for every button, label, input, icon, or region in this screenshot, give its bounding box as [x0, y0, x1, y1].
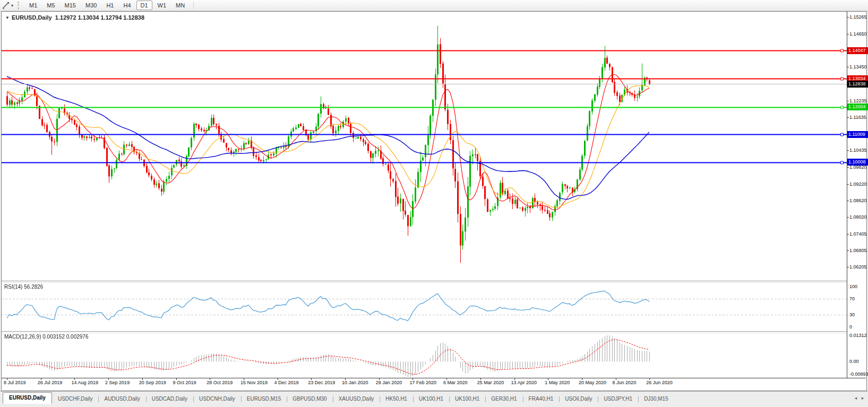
chart-tab-xauusd-daily[interactable]: XAUUSD,Daily [333, 393, 380, 404]
timeframe-button-m1[interactable]: M1 [25, 1, 41, 10]
timeframe-button-d1[interactable]: D1 [136, 1, 152, 10]
date-label: 9 Oct 2019 [173, 380, 196, 385]
chart-tab-uk100-h1[interactable]: UK100,H1 [413, 393, 449, 404]
price-tick-mark [847, 150, 849, 151]
date-tick-mark [514, 378, 515, 380]
chart-tab-dj30-m15[interactable]: DJ30,M15 [638, 393, 674, 404]
tab-scroll-right-icon[interactable]: ▸ [860, 395, 865, 401]
price-tick-label: 1.08620 [849, 197, 868, 204]
price-tick-label: 1.15265 [849, 14, 868, 20]
price-tick-mark [847, 234, 849, 235]
price-tick-mark [847, 267, 849, 267]
chart-tab-uk100-h1[interactable]: UK100,H1 [449, 393, 485, 404]
time-axis-line [2, 378, 866, 378]
date-label: 17 Feb 2020 [409, 380, 436, 385]
chart-tab-gbpusd-m30[interactable]: GBPUSD,M30 [287, 393, 332, 404]
date-tick-mark [345, 378, 346, 380]
date-label: 26 Jun 2020 [646, 380, 673, 385]
date-label: 13 Apr 2020 [511, 380, 537, 385]
rsi-axis-label: 30 [849, 311, 868, 318]
pane-resize-separator[interactable] [2, 281, 847, 283]
timeframe-button-m30[interactable]: M30 [81, 1, 101, 10]
rsi-axis-label: 100 [849, 283, 868, 290]
timeframe-button-w1[interactable]: W1 [153, 1, 171, 10]
chart-tab-hk50-h1[interactable]: HK50,H1 [380, 393, 413, 404]
chart-collapse-icon[interactable]: ▼ [5, 15, 10, 20]
rsi-value: 56.2826 [24, 284, 43, 290]
chart-symbol-period: EURUSD,Daily [12, 14, 52, 21]
chart-window: ▼EURUSD,Daily 1.12972 1.13034 1.12794 1.… [1, 11, 867, 391]
date-tick-mark [244, 378, 244, 380]
date-label: 4 Dec 2019 [274, 380, 299, 385]
date-label: 8 Jun 2020 [613, 380, 637, 385]
top-toolbar: ▾ M1M5M15M30H1H4D1W1MN [0, 0, 868, 11]
rsi-name: RSI(14) [4, 284, 22, 290]
date-label: 29 Jan 2020 [376, 380, 402, 385]
timeframe-button-h4[interactable]: H4 [119, 1, 135, 10]
date-tick-mark [74, 378, 75, 380]
date-tick-mark [649, 378, 650, 380]
macd-name: MACD(12,26,9) [4, 334, 41, 340]
date-tick-mark [7, 378, 7, 380]
chart-tab-usdchf-daily[interactable]: USDCHF,Daily [52, 393, 99, 404]
chart-tab-usdcnh-daily[interactable]: USDCNH,Daily [193, 393, 241, 404]
price-tick-label: 1.06805 [849, 247, 868, 254]
cursor-tool-icon[interactable] [1, 1, 11, 10]
rsi-label: RSI(14) 56.2826 [4, 284, 43, 290]
timeframe-button-m15[interactable]: M15 [61, 1, 80, 10]
chart-tab-fra40-h1[interactable]: FRA40,H1 [523, 393, 560, 404]
date-tick-mark [41, 378, 41, 380]
date-tick-mark [379, 378, 380, 380]
chart-tab-usoil-daily[interactable]: USOil,Daily [559, 393, 598, 404]
date-label: 10 Jan 2020 [342, 380, 368, 385]
price-tick-mark [847, 17, 849, 18]
price-tag-support-1.12004: 1.12004 [847, 103, 868, 110]
date-tick-mark [278, 378, 278, 380]
date-label: 14 Aug 2019 [71, 380, 98, 385]
price-tag-support-1.11009: 1.11009 [847, 131, 868, 138]
chart-tab-usdjpy-h1[interactable]: USDJPY,H1 [598, 393, 638, 404]
date-tick-mark [480, 378, 481, 380]
price-tick-label: 1.10435 [849, 147, 868, 153]
date-tick-mark [582, 378, 582, 380]
rsi-indicator-pane[interactable] [2, 282, 847, 331]
price-tick-mark [847, 117, 849, 118]
chart-tab-ger30-h1[interactable]: GER30,H1 [485, 393, 522, 404]
macd-indicator-pane[interactable] [2, 333, 847, 378]
chart-tab-eurusd-daily[interactable]: EURUSD,Daily [3, 392, 52, 404]
price-tick-mark [847, 167, 849, 168]
price-tag-last-price-line: 1.12838 [847, 81, 868, 88]
toolbar-grip [18, 2, 21, 9]
timeframe-button-mn[interactable]: MN [171, 1, 189, 10]
mt4-terminal: { "toolbar": { "cursor_tool": "cursor-to… [0, 0, 868, 407]
date-label: 20 May 2020 [579, 380, 606, 385]
macd-label: MACD(12,26,9) 0.003152 0.002976 [4, 334, 88, 340]
macd-axis-label: 0.01312 [849, 332, 868, 339]
price-tick-label: 1.07405 [849, 231, 868, 237]
price-tick-mark [847, 101, 849, 101]
price-tag-support-1.10008: 1.10008 [847, 159, 868, 166]
date-tick-mark [142, 378, 143, 380]
chart-tab-audusd-daily[interactable]: AUDUSD,Daily [98, 393, 145, 404]
date-tick-mark [210, 378, 210, 380]
price-tick-label: 1.06205 [849, 264, 868, 270]
date-tick-mark [412, 378, 413, 380]
timeframe-button-h1[interactable]: H1 [102, 1, 118, 10]
date-label: 2 Sep 2019 [105, 380, 130, 385]
toolbar-separator [193, 2, 194, 9]
chart-ohlc-readout: 1.12972 1.13034 1.12794 1.12838 [55, 14, 144, 21]
tab-scroll-left-icon[interactable]: ◂ [853, 395, 858, 401]
macd-axis-label: -0.00893 [849, 371, 868, 377]
chart-title: ▼EURUSD,Daily 1.12972 1.13034 1.12794 1.… [5, 14, 144, 21]
chart-tab-eurusd-m15[interactable]: EURUSD,M15 [241, 393, 287, 404]
timeframe-button-m5[interactable]: M5 [42, 1, 59, 10]
price-tick-mark [847, 250, 849, 251]
price-tick-mark [847, 217, 849, 218]
date-label: 15 Nov 2019 [240, 380, 268, 385]
toolbar-dropdown-caret[interactable]: ▾ [11, 3, 13, 8]
pane-resize-separator[interactable] [2, 331, 847, 333]
price-chart-pane[interactable] [2, 12, 847, 281]
price-tag-resistance-1.14047: 1.14047 [847, 47, 868, 54]
chart-tab-usdcad-daily[interactable]: USDCAD,Daily [146, 393, 193, 404]
date-label: 28 Oct 2019 [207, 380, 233, 385]
